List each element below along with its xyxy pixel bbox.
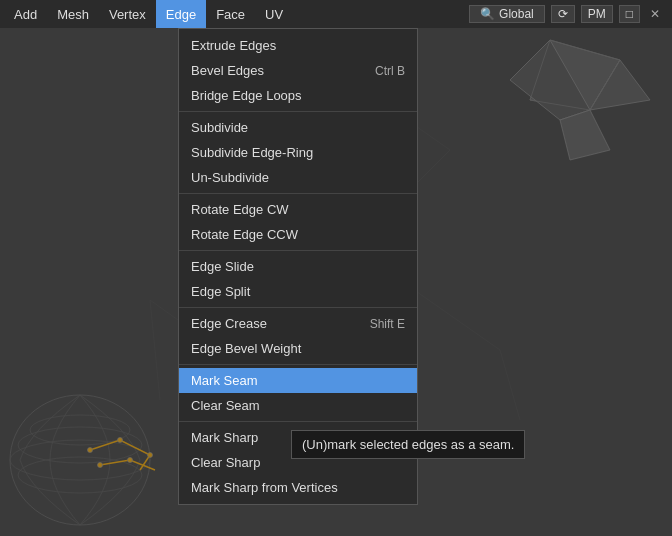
edge-crease-label: Edge Crease <box>191 316 267 331</box>
menu-rotate-edge-ccw[interactable]: Rotate Edge CCW <box>179 222 417 247</box>
svg-point-18 <box>128 458 133 463</box>
mark-sharp-vertices-label: Mark Sharp from Vertices <box>191 480 338 495</box>
separator-1 <box>179 111 417 112</box>
menu-mark-seam[interactable]: Mark Seam <box>179 368 417 393</box>
menu-rotate-edge-cw[interactable]: Rotate Edge CW <box>179 197 417 222</box>
subdivide-label: Subdivide <box>191 120 248 135</box>
menu-subdivide[interactable]: Subdivide <box>179 115 417 140</box>
svg-point-14 <box>88 448 93 453</box>
menu-item-face[interactable]: Face <box>206 0 255 28</box>
clear-seam-label: Clear Seam <box>191 398 260 413</box>
header-btn-1[interactable]: ⟳ <box>551 5 575 23</box>
menu-subdivide-edge-ring[interactable]: Subdivide Edge-Ring <box>179 140 417 165</box>
menu-edge-split[interactable]: Edge Split <box>179 279 417 304</box>
menu-extrude-edges[interactable]: Extrude Edges <box>179 33 417 58</box>
menu-item-vertex[interactable]: Vertex <box>99 0 156 28</box>
menu-item-add[interactable]: Add <box>4 0 47 28</box>
separator-2 <box>179 193 417 194</box>
menu-item-mesh[interactable]: Mesh <box>47 0 99 28</box>
edge-dropdown-menu: Extrude Edges Bevel Edges Ctrl B Bridge … <box>178 28 418 505</box>
mark-sharp-label: Mark Sharp <box>191 430 258 445</box>
un-subdivide-label: Un-Subdivide <box>191 170 269 185</box>
header-close-btn[interactable]: ✕ <box>646 6 664 22</box>
edge-crease-shortcut: Shift E <box>370 317 405 331</box>
menu-clear-sharp[interactable]: Clear Sharp <box>179 450 417 475</box>
svg-point-16 <box>148 453 153 458</box>
svg-point-15 <box>118 438 123 443</box>
bevel-edges-label: Bevel Edges <box>191 63 264 78</box>
menu-clear-seam[interactable]: Clear Seam <box>179 393 417 418</box>
menu-edge-slide[interactable]: Edge Slide <box>179 254 417 279</box>
separator-4 <box>179 307 417 308</box>
separator-5 <box>179 364 417 365</box>
menu-item-uv[interactable]: UV <box>255 0 293 28</box>
search-icon: 🔍 <box>480 7 495 21</box>
menu-bevel-edges[interactable]: Bevel Edges Ctrl B <box>179 58 417 83</box>
menu-item-edge[interactable]: Edge <box>156 0 206 28</box>
menu-mark-sharp[interactable]: Mark Sharp <box>179 425 417 450</box>
menu-mark-sharp-from-vertices[interactable]: Mark Sharp from Vertices <box>179 475 417 500</box>
mark-seam-label: Mark Seam <box>191 373 257 388</box>
bridge-edge-loops-label: Bridge Edge Loops <box>191 88 302 103</box>
separator-3 <box>179 250 417 251</box>
header-btn-3[interactable]: □ <box>619 5 640 23</box>
extrude-edges-label: Extrude Edges <box>191 38 276 53</box>
rotate-cw-label: Rotate Edge CW <box>191 202 289 217</box>
edge-slide-label: Edge Slide <box>191 259 254 274</box>
global-search-btn[interactable]: 🔍 Global <box>469 5 545 23</box>
menu-bridge-edge-loops[interactable]: Bridge Edge Loops <box>179 83 417 108</box>
edge-split-label: Edge Split <box>191 284 250 299</box>
bevel-edges-shortcut: Ctrl B <box>375 64 405 78</box>
edge-bevel-weight-label: Edge Bevel Weight <box>191 341 301 356</box>
svg-point-17 <box>98 463 103 468</box>
menu-edge-crease[interactable]: Edge Crease Shift E <box>179 311 417 336</box>
menu-bar: Add Mesh Vertex Edge Face UV 🔍 Global ⟳ … <box>0 0 672 28</box>
clear-sharp-label: Clear Sharp <box>191 455 260 470</box>
subdivide-edge-ring-label: Subdivide Edge-Ring <box>191 145 313 160</box>
menu-edge-bevel-weight[interactable]: Edge Bevel Weight <box>179 336 417 361</box>
rotate-ccw-label: Rotate Edge CCW <box>191 227 298 242</box>
separator-6 <box>179 421 417 422</box>
header-btn-2[interactable]: PM <box>581 5 613 23</box>
global-label: Global <box>499 7 534 21</box>
menu-un-subdivide[interactable]: Un-Subdivide <box>179 165 417 190</box>
